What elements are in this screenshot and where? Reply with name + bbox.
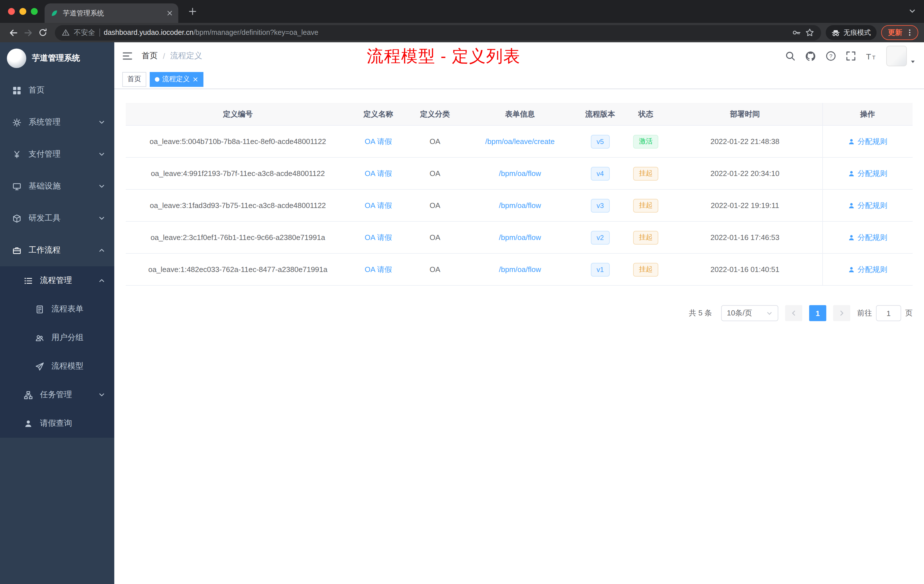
font-size-icon[interactable]: TT: [866, 51, 876, 61]
reload-button[interactable]: [35, 25, 50, 40]
user-avatar-menu[interactable]: [886, 46, 916, 66]
sidebar-item-label: 工作流程: [28, 245, 61, 256]
sidebar-item-label: 流程管理: [40, 276, 72, 286]
sidebar-item-task-manage[interactable]: 任务管理: [0, 381, 114, 409]
sidebar-item-infrastructure[interactable]: 基础设施: [0, 170, 114, 202]
assign-rule-button[interactable]: 分配规则: [848, 200, 888, 211]
fullscreen-icon[interactable]: [846, 51, 856, 61]
cell-deploy-time: 2022-01-22 20:34:10: [668, 158, 822, 189]
prev-page-button[interactable]: [785, 305, 802, 321]
not-secure-warning-icon: [62, 28, 70, 36]
sidebar-item-user-group[interactable]: 用户分组: [0, 323, 114, 352]
window-close-button[interactable]: [8, 8, 15, 15]
next-page-button[interactable]: [833, 305, 850, 321]
browser-menu-kebab-icon[interactable]: [906, 28, 914, 36]
back-button[interactable]: [6, 25, 21, 40]
assign-rule-button[interactable]: 分配规则: [848, 232, 888, 243]
cell-definition-name: OA 请假: [350, 158, 407, 189]
bookmark-star-icon[interactable]: [805, 28, 814, 37]
process-model-icon: [34, 362, 45, 371]
cell-definition-id: oa_leave:5:004b710b-7b8a-11ec-8ef0-acde4…: [126, 126, 350, 157]
avatar[interactable]: [886, 46, 907, 66]
sidebar-item-process-form[interactable]: 流程表单: [0, 295, 114, 323]
table-body: oa_leave:5:004b710b-7b8a-11ec-8ef0-acde4…: [126, 126, 912, 286]
tag-close-icon[interactable]: [193, 76, 198, 82]
update-label: 更新: [888, 28, 902, 38]
browser-tab[interactable]: 芋道管理系统: [45, 3, 178, 23]
sidebar-item-system[interactable]: 系统管理: [0, 106, 114, 138]
window-minimize-button[interactable]: [20, 8, 26, 15]
system-icon: [12, 118, 22, 127]
form-info-link[interactable]: /bpm/oa/flow: [499, 265, 541, 274]
definition-name-link[interactable]: OA 请假: [365, 232, 392, 243]
tag-1[interactable]: 流程定义: [150, 72, 203, 87]
incognito-icon: [832, 28, 840, 37]
window-zoom-button[interactable]: [31, 8, 38, 15]
form-info-link[interactable]: /bpm/oa/flow: [499, 201, 541, 210]
sidebar-item-process-manage[interactable]: 流程管理: [0, 266, 114, 295]
url-path: /bpm/manager/definition?key=oa_leave: [193, 28, 318, 36]
logo-avatar: [7, 49, 26, 68]
sidebar-item-leave-query[interactable]: 请假查询: [0, 409, 114, 438]
definition-name-link[interactable]: OA 请假: [365, 168, 392, 178]
security-label: 不安全: [74, 28, 95, 38]
browser-update-button[interactable]: 更新: [881, 25, 918, 40]
help-question-icon[interactable]: ?: [826, 51, 836, 61]
app-main: 芋道管理系统 首页系统管理支付管理基础设施研发工具工作流程流程管理流程表单用户分…: [0, 42, 924, 584]
tab-search-icon[interactable]: [909, 7, 916, 15]
page-content: 定义编号定义名称定义分类表单信息流程版本状态部署时间操作 oa_leave:5:…: [114, 89, 924, 584]
sidebar-item-label: 流程模型: [51, 361, 83, 371]
assign-rule-button[interactable]: 分配规则: [848, 136, 888, 147]
new-tab-button[interactable]: [185, 4, 200, 19]
sidebar-item-process-model[interactable]: 流程模型: [0, 352, 114, 381]
password-key-icon[interactable]: [792, 28, 801, 37]
status-badge: 挂起: [633, 167, 658, 180]
table-row: oa_leave:4:991f2193-7b7f-11ec-a3c8-acde4…: [126, 158, 912, 190]
cell-actions: 分配规则: [822, 190, 912, 221]
form-info-link[interactable]: /bpm/oa/leave/create: [485, 137, 554, 146]
assign-rule-button[interactable]: 分配规则: [848, 264, 888, 275]
goto-page-input[interactable]: [876, 305, 901, 321]
sidebar-item-payment[interactable]: 支付管理: [0, 138, 114, 170]
definition-name-link[interactable]: OA 请假: [365, 200, 392, 211]
breadcrumb-separator: /: [163, 51, 165, 61]
assign-rule-button[interactable]: 分配规则: [848, 168, 888, 178]
cell-process-version: v2: [577, 222, 624, 253]
sidebar-item-label: 流程表单: [51, 304, 83, 314]
search-icon[interactable]: [785, 51, 795, 61]
assign-rule-label: 分配规则: [858, 136, 888, 147]
form-info-link[interactable]: /bpm/oa/flow: [499, 233, 541, 242]
breadcrumb-home[interactable]: 首页: [142, 51, 158, 61]
url-text: dashboard.yudao.iocoder.cn/bpm/manager/d…: [104, 28, 318, 36]
tag-0[interactable]: 首页: [122, 72, 146, 87]
breadcrumb-current: 流程定义: [170, 51, 202, 61]
column-header-7: 部署时间: [668, 103, 822, 125]
incognito-badge: 无痕模式: [826, 25, 876, 40]
cell-definition-id: oa_leave:2:3c1f0ef1-76b1-11ec-9c66-a2380…: [126, 222, 350, 253]
cell-process-version: v5: [577, 126, 624, 157]
cell-process-version: v3: [577, 190, 624, 221]
column-header-3: 定义分类: [407, 103, 463, 125]
forward-button[interactable]: [21, 25, 35, 40]
sidebar-item-label: 研发工具: [28, 213, 61, 223]
hamburger-icon[interactable]: [122, 51, 132, 61]
page-size-select[interactable]: 10条/页: [721, 305, 778, 321]
chevron-down-icon: [98, 119, 105, 126]
github-icon[interactable]: [805, 51, 816, 61]
workflow-icon: [12, 246, 22, 254]
tab-close-icon[interactable]: [167, 10, 173, 16]
navbar-actions: ? TT: [785, 46, 916, 66]
definition-name-link[interactable]: OA 请假: [365, 136, 392, 147]
definition-name-link[interactable]: OA 请假: [365, 264, 392, 275]
sidebar-item-label: 任务管理: [40, 390, 72, 400]
assign-rule-label: 分配规则: [858, 232, 888, 243]
sidebar-item-dev-tools[interactable]: 研发工具: [0, 202, 114, 234]
status-badge: 挂起: [633, 262, 658, 276]
chevron-down-icon: [98, 151, 105, 158]
form-info-link[interactable]: /bpm/oa/flow: [499, 169, 541, 178]
sidebar-item-home[interactable]: 首页: [0, 74, 114, 106]
sidebar-item-workflow[interactable]: 工作流程: [0, 234, 114, 266]
address-bar[interactable]: 不安全 dashboard.yudao.iocoder.cn/bpm/manag…: [55, 25, 821, 40]
current-page-button[interactable]: 1: [809, 305, 826, 321]
cell-actions: 分配规则: [822, 158, 912, 189]
